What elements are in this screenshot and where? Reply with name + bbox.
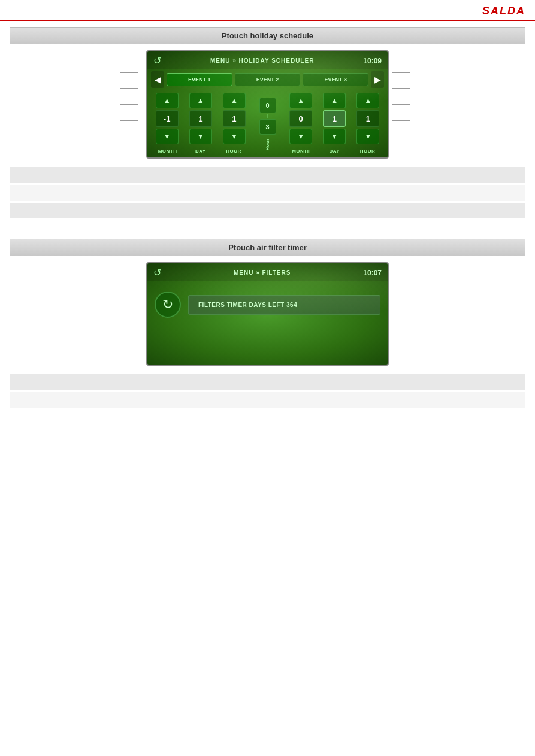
end-day-down[interactable]: ▼ (323, 129, 346, 144)
end-down-row: ▼ ▼ ▼ (285, 129, 385, 144)
end-group: ▲ ▲ ▲ 0 1 (285, 93, 385, 154)
start-month-down[interactable]: ▼ (156, 129, 179, 144)
page-header: SALDA (0, 0, 535, 21)
event2-tab[interactable]: EVENT 2 (235, 73, 301, 86)
end-day-up[interactable]: ▲ (323, 93, 346, 108)
section1-title: Ptouch holiday schedule (10, 27, 525, 44)
start-hour-down[interactable]: ▼ (223, 129, 246, 144)
brand-logo: SALDA (482, 5, 525, 17)
end-hour-down[interactable]: ▼ (356, 129, 379, 144)
event3-tab[interactable]: EVENT 3 (303, 73, 368, 86)
filter-clock: 10:07 (363, 269, 382, 277)
end-val-row: 0 1 1 (285, 110, 385, 127)
start-val-row: -1 1 1 (151, 110, 250, 127)
end-hour-up[interactable]: ▲ (356, 93, 379, 108)
event-tabs-row: ◀ EVENT 1 EVENT 2 EVENT 3 ▶ (147, 69, 388, 90)
end-month-label: MONTH (285, 148, 318, 154)
section2-title: Ptouch air filter timer (10, 239, 525, 256)
filter-screen: ↺ MENU » FILTERS 10:07 ↻ FILTERS TIMER D… (146, 262, 389, 366)
filter-back-button[interactable]: ↺ (153, 267, 161, 278)
start-month-val: -1 (156, 110, 179, 127)
menu-path: MENU » HOLIDAY SCHEDULER (210, 57, 314, 64)
start-down-row: ▼ ▼ ▼ (151, 129, 250, 144)
start-day-label: DAY (184, 148, 217, 154)
start-month-label: MONTH (151, 148, 184, 154)
start-hour-label: HOUR (217, 148, 250, 154)
hour-divider: 0 3 Hour (253, 93, 283, 154)
clock-display: 10:09 (363, 57, 382, 65)
end-hour-val: 1 (356, 110, 379, 127)
screen-header: ↺ MENU » HOLIDAY SCHEDULER 10:09 (147, 51, 388, 69)
start-day-down[interactable]: ▼ (189, 129, 212, 144)
hour-bottom-val: 3 (259, 119, 276, 135)
event1-tab[interactable]: EVENT 1 (167, 73, 232, 86)
info-row-4 (10, 374, 525, 390)
start-day-up[interactable]: ▲ (189, 93, 212, 108)
end-labels: MONTH DAY HOUR (285, 148, 385, 154)
start-group: ▲ ▲ ▲ -1 1 (151, 93, 250, 154)
info-row-2 (10, 185, 525, 201)
end-month-down[interactable]: ▼ (289, 129, 312, 144)
holiday-scheduler-screen: ↺ MENU » HOLIDAY SCHEDULER 10:09 ◀ EVENT… (146, 50, 389, 159)
filter-body: ↻ FILTERS TIMER DAYS LEFT 364 (147, 281, 388, 329)
end-up-row: ▲ ▲ ▲ (285, 93, 385, 108)
start-hour-val: 1 (223, 110, 246, 127)
end-hour-label: HOUR (351, 148, 384, 154)
hour-top-val: 0 (259, 98, 276, 113)
info-row-5 (10, 392, 525, 408)
end-day-label: DAY (318, 148, 351, 154)
info-row-3 (10, 203, 525, 218)
start-hour-up[interactable]: ▲ (223, 93, 246, 108)
filter-info-bar: FILTERS TIMER DAYS LEFT 364 (188, 295, 380, 315)
filter-screen-header: ↺ MENU » FILTERS 10:07 (147, 263, 388, 281)
end-month-val: 0 (289, 110, 312, 127)
start-month-up[interactable]: ▲ (156, 93, 179, 108)
start-labels: MONTH DAY HOUR (151, 148, 250, 154)
end-month-up[interactable]: ▲ (289, 93, 312, 108)
reset-filter-button[interactable]: ↻ (155, 292, 181, 318)
back-button[interactable]: ↺ (153, 55, 161, 66)
next-event-button[interactable]: ▶ (371, 71, 384, 88)
filter-menu-path: MENU » FILTERS (234, 269, 291, 276)
start-day-val: 1 (189, 110, 212, 127)
start-up-row: ▲ ▲ ▲ (151, 93, 250, 108)
prev-event-button[interactable]: ◀ (151, 71, 164, 88)
spinners-area: ▲ ▲ ▲ -1 1 (147, 90, 388, 157)
hour-label: Hour (265, 138, 270, 150)
reset-icon: ↻ (162, 297, 173, 312)
info-row-1 (10, 167, 525, 183)
end-day-val: 1 (323, 110, 346, 127)
